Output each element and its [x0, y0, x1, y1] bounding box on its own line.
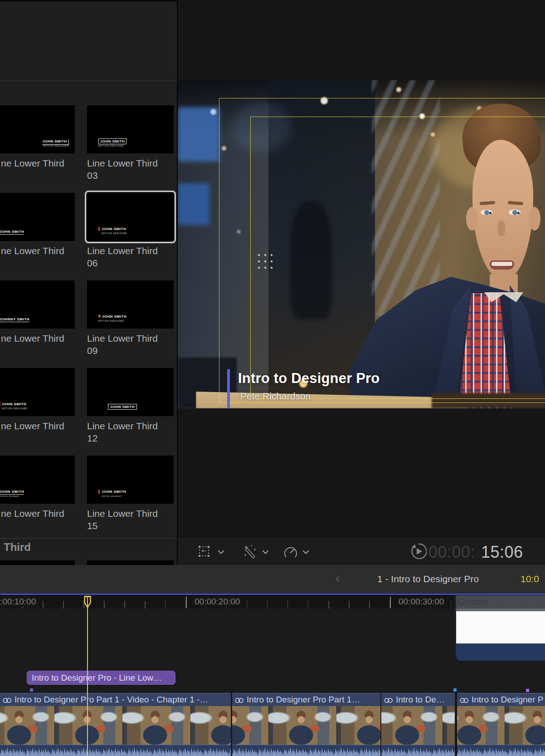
video-monitor-glow — [178, 183, 209, 225]
viewer-panel: Intro to Designer Pro Pete Richardson — [178, 0, 545, 565]
bokeh-light — [396, 87, 401, 92]
custom-clip-audio[interactable] — [455, 643, 545, 661]
video-clip[interactable]: Intro to Designer Pro Part 1… — [232, 693, 380, 756]
title-tile-caption: Line Lower Third15 — [87, 507, 158, 532]
transform-icon[interactable] — [198, 545, 210, 559]
clip-waveform — [232, 745, 380, 756]
clip-filmstrip — [457, 706, 545, 745]
clip-name: Intro to Designer Pro Part 1… — [247, 695, 360, 704]
ruler-major-tick — [186, 597, 187, 608]
connected-clip-icon — [384, 694, 393, 706]
title-tile-caption: Line Lower Third06 — [87, 245, 158, 269]
title-tile-caption: ne Lower Third — [1, 420, 64, 432]
connected-title-clip[interactable]: Intro to Designer Pro - Line Low… — [27, 671, 175, 685]
title-thumbnail-text: JOHNNY SMITH — [0, 314, 29, 322]
title-thumbnail-text: JOHN SMITH MOTION DESIGNER — [98, 311, 127, 322]
title-safe-guide — [250, 117, 545, 399]
clip-waveform — [381, 745, 455, 756]
ruler-ticks — [0, 601, 545, 609]
timecode-hours-minutes: 00:00: — [428, 543, 475, 562]
lower-third-subtitle: Pete Richardson — [240, 391, 311, 402]
clip-namebar: Intro to Designer P — [457, 693, 545, 706]
title-tile-caption: Line Lower Third09 — [87, 332, 158, 357]
title-tile-caption: ne Lower Third — [1, 157, 64, 169]
lower-third-title: Intro to Designer Pro — [238, 370, 380, 387]
ruler-label-30s: 00:00:30:00 — [396, 597, 446, 607]
ruler-major-tick — [390, 597, 391, 608]
title-tile-caption: ne Lower Third — [1, 245, 64, 257]
playhead-handle-center — [87, 597, 88, 608]
timeline-panel: Custom :00:10:00 00:00:20:00 00:00:30:00… — [0, 595, 545, 756]
timeline-header: ‹ 1 - Intro to Designer Pro 10:0 — [0, 565, 545, 594]
section-divider — [0, 538, 177, 539]
connected-clip-icon — [235, 694, 244, 706]
clip-filmstrip — [381, 706, 455, 745]
title-tile-caption: ne Lower Third — [1, 332, 64, 344]
chevron-down-icon[interactable] — [218, 548, 224, 556]
ruler-label-20s: 00:00:20:00 — [192, 597, 242, 607]
chevron-down-icon[interactable] — [262, 548, 269, 556]
video-clip[interactable]: Intro to De… — [381, 693, 455, 756]
loop-playback-icon[interactable] — [410, 543, 427, 561]
title-tile-partial[interactable] — [0, 560, 75, 565]
enhancements-magic-wand-icon[interactable] — [243, 544, 259, 562]
title-clip-connection-dot — [30, 688, 33, 692]
timecode-seconds-frames[interactable]: 15:06 — [481, 543, 523, 562]
fcp-window: { "colors": { "accent_yellow": "#e8c33c"… — [0, 0, 545, 756]
title-tile[interactable]: JOHN SMITH — [87, 368, 174, 416]
clip-filmstrip — [232, 706, 380, 745]
project-title[interactable]: 1 - Intro to Designer Pro — [377, 574, 479, 584]
sidebar-preview-divider — [0, 81, 177, 81]
title-tile-caption: ne Lower Third — [1, 507, 64, 520]
title-thumbnail-text: JOHN SMITH motion designer — [98, 486, 126, 497]
title-thumbnail-text: JOHN SMITH MOTION DESIGNER — [42, 136, 68, 147]
sidebar-top-strip — [0, 0, 177, 1]
title-tile[interactable]: JOHN SMITH motion designer — [87, 456, 174, 504]
title-tile[interactable]: JOHN SMITH MOTION DESIGNER — [0, 368, 75, 416]
title-thumbnail-text: JOHN SMITH MOTION DESIGNER — [98, 136, 127, 147]
video-clip[interactable]: Intro to Designer P — [456, 693, 545, 756]
retime-speedometer-icon[interactable] — [283, 545, 298, 561]
clip-namebar: Intro to De… — [381, 693, 455, 706]
title-tile[interactable]: JOHN SMITH MOTION DESIGNER — [87, 105, 174, 153]
title-tile-selected[interactable]: JOHN SMITH MOTION DESIGNER — [87, 193, 174, 241]
title-thumbnail-text: JOHN SMITH — [108, 402, 137, 410]
viewer-toolbar: 00:00: 15:06 — [178, 537, 545, 565]
clip-namebar: Intro to Designer Pro Part 1… — [232, 693, 380, 706]
clip-name: Intro to Designer Pro Part 1 - Video - C… — [15, 695, 208, 704]
title-tile[interactable]: JOHN SMITH — [0, 193, 75, 241]
lower-third-accent-bar — [227, 369, 230, 408]
blue-connection-marker — [453, 688, 457, 692]
title-tile[interactable]: JOHN SMITH motion designer — [0, 456, 75, 504]
clip-name: Intro to Designer P — [472, 695, 543, 704]
title-thumbnail-text: JOHN SMITH — [0, 226, 24, 235]
clip-name: Intro to De… — [396, 695, 445, 704]
section-header: Third — [4, 541, 31, 554]
title-tile-partial[interactable] — [87, 560, 174, 565]
title-tile[interactable]: JOHN SMITH MOTION DESIGNER — [87, 280, 174, 329]
playhead-line[interactable] — [87, 597, 88, 756]
clip-filmstrip — [0, 706, 231, 745]
title-thumbnail-text: JOHN SMITH motion designer — [0, 486, 24, 497]
title-thumbnail-text: JOHN SMITH MOTION DESIGNER — [98, 224, 127, 235]
ruler-label-10s: :00:10:00 — [0, 597, 38, 607]
diamond-icon — [98, 314, 101, 317]
project-duration[interactable]: 10:0 — [521, 574, 539, 584]
clip-namebar: Intro to Designer Pro Part 1 - Video - C… — [0, 693, 231, 706]
title-tile-caption: Line Lower Third03 — [87, 157, 158, 182]
title-tile[interactable]: JOHNNY SMITH — [0, 280, 75, 329]
purple-connection-marker — [526, 689, 529, 692]
titles-browser: JOHN SMITH MOTION DESIGNER JOHN SMITH MO… — [0, 0, 177, 565]
clip-waveform — [0, 745, 231, 756]
connected-clip-icon — [3, 694, 12, 706]
clip-waveform — [457, 745, 545, 756]
title-thumbnail-text: JOHN SMITH MOTION DESIGNER — [0, 399, 27, 410]
title-tile-caption: Line Lower Third12 — [87, 420, 158, 444]
video-clip[interactable]: Intro to Designer Pro Part 1 - Video - C… — [0, 693, 231, 756]
title-tile[interactable]: JOHN SMITH MOTION DESIGNER — [0, 105, 75, 153]
chevron-down-icon[interactable] — [302, 548, 309, 556]
video-canvas[interactable]: Intro to Designer Pro Pete Richardson — [178, 80, 545, 408]
back-chevron-icon[interactable]: ‹ — [336, 571, 340, 585]
custom-clip-video[interactable] — [455, 611, 545, 643]
connected-clip-icon — [460, 694, 469, 706]
